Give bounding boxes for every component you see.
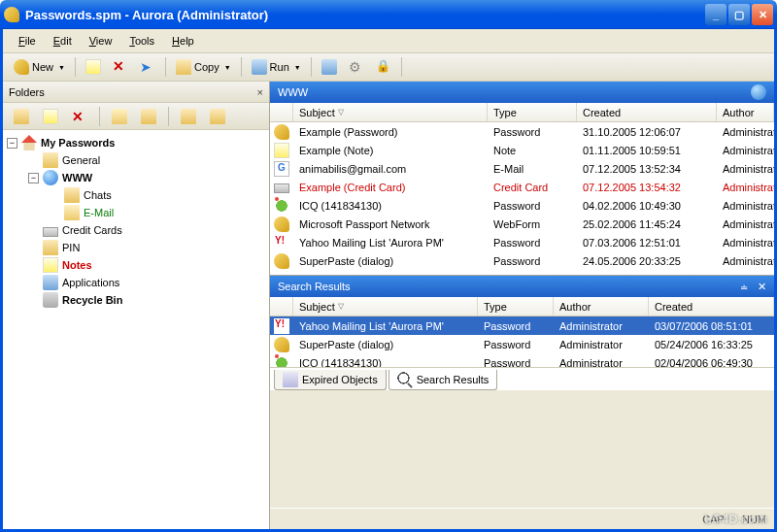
- folders-panel: Folders × ✕ − My Passwords: [3, 82, 270, 529]
- new-button[interactable]: New▼: [9, 56, 70, 78]
- edit-folder-button[interactable]: [38, 106, 63, 127]
- menu-help[interactable]: Help: [164, 33, 202, 49]
- folder-tool-1[interactable]: [107, 106, 132, 127]
- tab-search[interactable]: Search Results: [388, 370, 498, 390]
- cell-type: Password: [488, 125, 577, 139]
- cell-type: Password: [488, 199, 577, 213]
- cell-created: 25.02.2006 11:45:24: [577, 217, 717, 231]
- col-author[interactable]: Author: [554, 297, 649, 316]
- copy-button[interactable]: Copy▼: [171, 56, 236, 78]
- cell-author: Administrator: [717, 125, 774, 139]
- main-toolbar: New▼ ✕ ➤ Copy▼ Run▼ ⚙ 🔒: [3, 52, 774, 82]
- folder-icon: [64, 187, 80, 203]
- cell-author: Administrator: [717, 181, 774, 194]
- tree-item-email[interactable]: E-Mail: [7, 204, 265, 221]
- tree-label: PIN: [62, 242, 80, 253]
- menu-view[interactable]: View: [82, 33, 120, 49]
- tool-button-2[interactable]: ⚙: [344, 56, 369, 78]
- sort-icon: ▽: [338, 302, 344, 311]
- arrow-button[interactable]: ➤: [135, 56, 160, 78]
- www-list: Subject▽ Type Created Author Example (Pa…: [270, 103, 774, 275]
- table-row[interactable]: Example (Note)Note01.11.2005 10:59:51Adm…: [270, 141, 774, 159]
- tree-item-general[interactable]: General: [7, 151, 265, 169]
- chevron-down-icon: ▼: [224, 64, 231, 71]
- col-type[interactable]: Type: [488, 103, 577, 121]
- tree-item-credit[interactable]: Credit Cards: [7, 221, 265, 239]
- cell-subject: SuperPaste (dialog): [293, 338, 478, 351]
- table-row[interactable]: animabilis@gmail.comE-Mail07.12.2005 13:…: [270, 159, 774, 178]
- copy-icon: [176, 59, 191, 75]
- close-icon[interactable]: ✕: [758, 281, 766, 293]
- col-created[interactable]: Created: [577, 103, 717, 121]
- tool-button-1[interactable]: [317, 56, 342, 78]
- cell-author: Administrator: [554, 319, 649, 333]
- folder-tool-4[interactable]: [205, 106, 230, 127]
- table-row[interactable]: Microsoft Passport NetworkWebForm25.02.2…: [270, 215, 774, 233]
- folder-tool-3[interactable]: [176, 106, 201, 127]
- col-subject[interactable]: Subject▽: [293, 297, 478, 316]
- chevron-down-icon: ▼: [294, 64, 301, 71]
- col-icon[interactable]: [270, 103, 293, 121]
- col-type[interactable]: Type: [478, 297, 554, 316]
- cell-created: 24.05.2006 20:33:25: [577, 254, 717, 268]
- close-button[interactable]: ✕: [752, 4, 773, 25]
- edit-icon: [43, 109, 58, 124]
- folders-close-button[interactable]: ×: [257, 86, 263, 98]
- cell-type: E-Mail: [488, 162, 577, 176]
- arrow-icon: ➤: [140, 59, 155, 75]
- cell-subject: Microsoft Passport Network: [293, 217, 488, 231]
- table-row[interactable]: Yahoo Mailing List 'Aurora PM'PasswordAd…: [270, 316, 774, 335]
- menu-tools[interactable]: Tools: [121, 33, 162, 49]
- tree-label: Chats: [84, 189, 112, 201]
- col-subject[interactable]: Subject▽: [293, 103, 488, 121]
- delete-button[interactable]: ✕: [108, 56, 133, 78]
- tab-expired[interactable]: Expired Objects: [274, 370, 387, 390]
- new-folder-button[interactable]: [9, 106, 34, 127]
- delete-folder-button[interactable]: ✕: [67, 106, 92, 127]
- tree-label: General: [62, 154, 100, 166]
- tree-item-www[interactable]: − WWW: [7, 169, 265, 186]
- tree-item-chats[interactable]: Chats: [7, 186, 265, 204]
- edit-icon: [85, 59, 101, 75]
- menu-edit[interactable]: Edit: [46, 33, 80, 49]
- tree-toggle[interactable]: −: [28, 173, 39, 183]
- folder-tree: − My Passwords General − WWW C: [3, 130, 269, 529]
- tree-item-root[interactable]: − My Passwords: [7, 134, 265, 151]
- tool-button-3[interactable]: 🔒: [371, 56, 396, 78]
- tree-item-pin[interactable]: PIN: [7, 239, 265, 256]
- table-row[interactable]: Example (Credit Card)Credit Card07.12.20…: [270, 178, 774, 196]
- table-row[interactable]: SuperPaste (dialog)PasswordAdministrator…: [270, 335, 774, 353]
- search-list-header: Subject▽ Type Author Created: [270, 297, 774, 316]
- tree-label: WWW: [62, 172, 92, 183]
- col-created[interactable]: Created: [649, 297, 774, 316]
- cell-author: Administrator: [554, 338, 649, 351]
- col-author[interactable]: Author: [717, 103, 774, 121]
- run-label: Run: [270, 61, 289, 73]
- window-icon: [321, 59, 337, 75]
- cell-type: WebForm: [488, 217, 577, 231]
- table-row[interactable]: Yahoo Mailing List 'Aurora PM'Password07…: [270, 233, 774, 251]
- maximize-button[interactable]: ▢: [728, 4, 750, 25]
- tree-item-notes[interactable]: Notes: [7, 256, 265, 274]
- tree-label: Credit Cards: [62, 224, 122, 236]
- new-label: New: [32, 61, 53, 73]
- table-row[interactable]: ICQ (141834130)Password04.02.2006 10:49:…: [270, 196, 774, 215]
- note-icon: [43, 257, 58, 273]
- menu-file[interactable]: File: [11, 33, 44, 49]
- app-icon: [4, 7, 19, 22]
- tree-toggle[interactable]: −: [7, 138, 17, 149]
- folders-header: Folders ×: [3, 82, 269, 103]
- table-row[interactable]: ICQ (141834130)PasswordAdministrator02/0…: [270, 353, 774, 367]
- run-button[interactable]: Run▼: [247, 56, 306, 78]
- col-icon[interactable]: [270, 297, 293, 316]
- tree-item-bin[interactable]: Recycle Bin: [7, 291, 265, 309]
- edit-button[interactable]: [81, 56, 106, 78]
- table-row[interactable]: Example (Password)Password31.10.2005 12:…: [270, 122, 774, 141]
- pin-icon[interactable]: ⫨: [739, 281, 750, 293]
- www-title: WWW: [278, 86, 308, 98]
- tree-item-apps[interactable]: Applications: [7, 274, 265, 291]
- cell-subject: Example (Credit Card): [293, 181, 488, 194]
- table-row[interactable]: SuperPaste (dialog)Password24.05.2006 20…: [270, 251, 774, 270]
- minimize-button[interactable]: _: [705, 4, 726, 25]
- folder-tool-2[interactable]: [136, 106, 161, 127]
